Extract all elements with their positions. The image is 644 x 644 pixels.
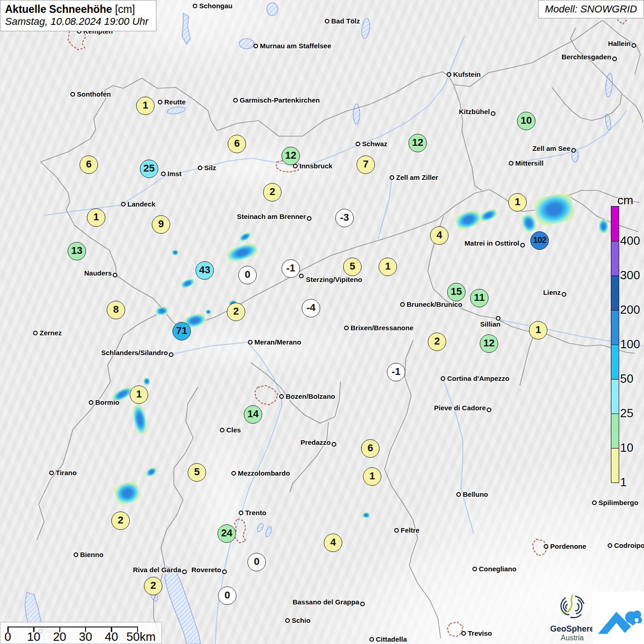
value-badge: 2	[144, 577, 162, 595]
value-badge: 5	[188, 463, 206, 482]
scale-bar-label: 0	[5, 629, 11, 644]
station-marker	[161, 172, 166, 176]
station-marker	[369, 637, 374, 642]
station-label: Bassano del Grappa	[293, 598, 359, 607]
legend-segment	[611, 345, 619, 379]
station-marker	[562, 292, 566, 297]
map-datetime: Samstag, 10.08.2024 19:00 Uhr	[5, 16, 149, 28]
station-marker	[253, 44, 258, 48]
value-badge: 1	[87, 208, 105, 227]
value-badge: 9	[152, 215, 170, 234]
station-label: Tirano	[56, 468, 77, 477]
legend-tick-label: 50	[620, 372, 633, 385]
station-marker	[344, 326, 349, 330]
value-badge: 1	[363, 467, 381, 486]
station-marker	[592, 500, 597, 505]
rivers	[44, 36, 642, 644]
station-label: Zell am Ziller	[396, 173, 438, 182]
station-label: Bozen/Bolzano	[286, 392, 335, 401]
station-marker	[332, 442, 336, 447]
station-label: Bienno	[80, 550, 104, 559]
value-badge: 0	[218, 586, 236, 605]
title-text: Aktuelle Schneehöhe	[5, 3, 112, 15]
station-label: Landeck	[127, 200, 155, 209]
station-label: Pordenone	[550, 542, 586, 551]
station-label: Imst	[167, 169, 182, 178]
station-marker	[400, 302, 405, 307]
legend-segment	[611, 207, 619, 241]
value-badge: 7	[356, 155, 375, 174]
station-marker	[33, 331, 38, 335]
legend-tick-label: 200	[620, 303, 640, 316]
station-label: Mezzolombardo	[238, 469, 290, 478]
station-label: Sillian	[480, 320, 500, 329]
legend-tick-label: 400	[620, 234, 640, 247]
station-label: Meran/Merano	[254, 338, 301, 347]
legend-segment	[611, 241, 619, 276]
station-label: Steinach am Brenner	[237, 212, 306, 221]
station-label: Bruneck/Brunico	[407, 300, 462, 309]
value-badge: 2	[111, 512, 130, 530]
station-label: Zell am See	[532, 144, 570, 153]
value-badge: -3	[335, 209, 354, 227]
scale-bar-label: 10	[27, 629, 40, 644]
station-marker	[198, 166, 202, 170]
station-label: Matrei in Osttirol	[465, 239, 519, 248]
value-badge: 12	[282, 147, 300, 165]
value-badge: 4	[430, 226, 448, 245]
station-marker	[394, 528, 399, 533]
station-label: Sterzing/Vipiteno	[306, 275, 362, 284]
station-label: Silz	[204, 163, 216, 172]
station-label: Murnau am Staffelsee	[260, 41, 331, 51]
legend-segment	[611, 310, 619, 345]
station-label: Feltre	[401, 526, 420, 535]
mountain-logo-box	[592, 592, 644, 644]
value-badge: 15	[447, 283, 466, 301]
title-unit: [cm]	[112, 3, 135, 15]
legend-tick-label: 1	[620, 475, 627, 489]
model-label: Modell: SNOWGRID	[538, 0, 644, 18]
station-label: Kitzbühel	[459, 107, 490, 116]
station-marker	[70, 92, 75, 97]
station-marker	[248, 340, 253, 345]
station-label: Spilimbergo	[598, 498, 638, 507]
value-badge: 102	[530, 231, 549, 250]
value-badge: 12	[480, 334, 498, 353]
value-badge: 13	[68, 242, 86, 260]
geosphere-icon	[557, 593, 587, 622]
value-badge: 4	[324, 534, 342, 552]
station-marker	[121, 202, 126, 207]
station-label: Sonthofen	[77, 90, 111, 99]
station-marker	[612, 57, 617, 61]
station-marker	[193, 4, 197, 8]
station-marker	[279, 394, 284, 399]
value-badge: 6	[361, 439, 380, 458]
station-marker	[608, 543, 612, 548]
station-marker	[299, 274, 304, 278]
legend-unit-label: cm	[617, 193, 633, 207]
station-label: Kufstein	[453, 70, 481, 79]
station-label: Bormio	[95, 398, 120, 407]
station-label: Predazzo	[300, 438, 331, 447]
value-badge: 8	[107, 301, 125, 319]
station-label: Schongau	[199, 1, 233, 11]
station-marker	[441, 376, 445, 381]
value-badge: 0	[247, 553, 266, 571]
station-label: Schwaz	[362, 139, 387, 149]
value-badge: 0	[238, 266, 257, 284]
station-label: Reutte	[164, 98, 186, 107]
station-marker	[307, 216, 311, 221]
mountain-cloud-icon	[592, 592, 644, 644]
map-title: Aktuelle Schneehöhe [cm]	[5, 3, 149, 16]
station-marker	[113, 273, 117, 277]
station-marker	[169, 352, 173, 357]
title-box: Aktuelle Schneehöhe [cm] Samstag, 10.08.…	[0, 0, 156, 31]
value-badge: 6	[80, 155, 98, 174]
station-marker	[390, 175, 394, 180]
station-marker	[544, 544, 548, 549]
station-marker	[239, 511, 243, 515]
value-badge: 11	[470, 289, 489, 307]
station-marker	[158, 100, 162, 104]
station-marker	[182, 569, 187, 574]
scale-bar-label: 30	[79, 629, 92, 644]
